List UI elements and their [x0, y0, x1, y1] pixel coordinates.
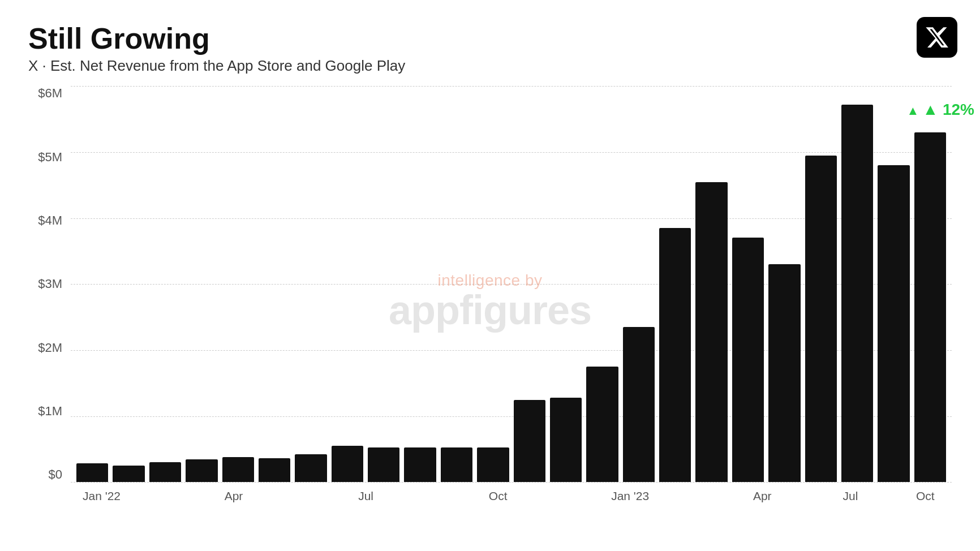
bar-wrapper	[623, 86, 655, 482]
y-axis-label: $1M	[28, 404, 68, 419]
bar-wrapper	[441, 86, 472, 482]
x-axis: Jan '22AprJulOctJan '23AprJulOct	[71, 485, 952, 516]
bar	[186, 459, 217, 483]
bar	[222, 457, 254, 482]
bar-wrapper: ▲ 12%	[914, 86, 946, 482]
bar-wrapper	[76, 86, 108, 482]
bar	[259, 458, 290, 482]
bar	[841, 105, 873, 482]
header: Still Growing X · Est. Net Revenue from …	[28, 23, 952, 75]
bar	[76, 463, 108, 482]
bar	[695, 182, 727, 483]
x-axis-label: Jul	[358, 489, 373, 503]
bar-wrapper	[768, 86, 800, 482]
bar	[586, 367, 618, 482]
bar-wrapper	[514, 86, 545, 482]
bar	[805, 156, 837, 483]
bar	[368, 447, 399, 482]
bar-wrapper	[586, 86, 618, 482]
bar	[623, 327, 655, 482]
y-axis-label: $2M	[28, 341, 68, 355]
bar	[113, 466, 144, 482]
bar-wrapper	[695, 86, 727, 482]
x-axis-label: Apr	[753, 489, 772, 503]
x-axis-label: Oct	[489, 489, 508, 503]
bar	[404, 447, 436, 482]
y-axis-label: $3M	[28, 277, 68, 291]
bar-wrapper	[113, 86, 144, 482]
bar-wrapper	[659, 86, 691, 482]
chart-subtitle: X · Est. Net Revenue from the App Store …	[28, 57, 952, 75]
x-axis-label: Oct	[916, 489, 935, 503]
bar-wrapper	[222, 86, 254, 482]
bar-wrapper	[550, 86, 582, 482]
x-icon	[925, 25, 949, 50]
bar	[768, 264, 800, 482]
bar-wrapper	[732, 86, 764, 482]
chart-area: intelligence by appfigures $0$1M$2M$3M$4…	[28, 86, 952, 516]
bar	[732, 238, 764, 482]
bar	[514, 400, 545, 483]
bar-wrapper	[332, 86, 363, 482]
bar	[149, 462, 181, 482]
bar-wrapper	[259, 86, 290, 482]
chart-inner: ▲ 12%	[71, 86, 952, 482]
y-axis-label: $6M	[28, 86, 68, 101]
bar	[878, 165, 909, 482]
bar	[332, 446, 363, 482]
bar-wrapper	[805, 86, 837, 482]
grid-line	[71, 482, 952, 483]
bar-wrapper	[841, 86, 873, 482]
y-axis-label: $5M	[28, 150, 68, 165]
growth-badge: ▲ 12%	[907, 101, 974, 119]
bar-wrapper	[477, 86, 509, 482]
bar-wrapper	[404, 86, 436, 482]
bar-wrapper	[368, 86, 399, 482]
x-axis-label: Apr	[225, 489, 243, 503]
bar-wrapper	[149, 86, 181, 482]
bar-wrapper	[878, 86, 909, 482]
x-labels-inner: Jan '22AprJulOctJan '23AprJulOct	[71, 489, 952, 516]
y-axis-label: $0	[28, 467, 68, 482]
y-axis: $0$1M$2M$3M$4M$5M$6M	[28, 86, 68, 482]
bar	[477, 447, 509, 483]
x-axis-label: Jul	[843, 489, 858, 503]
bar	[914, 132, 946, 482]
y-axis-label: $4M	[28, 213, 68, 228]
x-axis-label: Jan '23	[611, 489, 649, 503]
x-logo	[917, 17, 957, 58]
chart-title: Still Growing	[28, 23, 952, 55]
bar	[550, 398, 582, 482]
bar	[659, 228, 691, 482]
bar-wrapper	[295, 86, 326, 482]
bar-wrapper	[186, 86, 217, 482]
bars-container: ▲ 12%	[71, 86, 952, 482]
bar	[441, 447, 472, 482]
bar	[295, 454, 326, 482]
x-axis-label: Jan '22	[83, 489, 121, 503]
page-container: Still Growing X · Est. Net Revenue from …	[0, 0, 980, 551]
